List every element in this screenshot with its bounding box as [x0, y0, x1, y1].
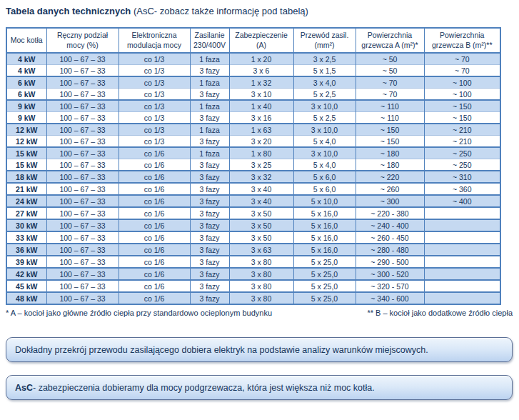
table-cell: 3 x 6 [229, 65, 293, 77]
table-cell: 100 – 67 – 33 [46, 219, 119, 231]
table-cell: 5 x 1,5 [293, 65, 356, 77]
table-cell: 21 kW [6, 183, 46, 195]
table-cell: 5 x 2,5 [293, 112, 356, 124]
table-cell: ~ 110 [356, 100, 424, 112]
table-cell: 3 x 10,0 [293, 124, 356, 136]
table-cell: 5 x 10,0 [293, 195, 356, 207]
note-box-wiring: Dokładny przekrój przewodu zasilającego … [6, 337, 513, 362]
table-cell: 39 kW [6, 256, 46, 268]
table-cell: 100 – 67 – 33 [46, 280, 119, 292]
table-cell: ~ 220 - 380 [356, 207, 424, 219]
table-cell: 3 fazy [190, 112, 229, 124]
table-cell: co 1/6 [119, 171, 190, 183]
table-cell: co 1/3 [119, 136, 190, 148]
table-row: 12 kW100 – 67 – 33co 1/31 faza1 x 633 x … [6, 124, 500, 136]
footnote-b: ** B – kocioł jako dodatkowe źródło ciep… [367, 309, 513, 317]
table-cell: 3 fazy [190, 231, 229, 244]
table-cell: 3 fazy [190, 244, 229, 256]
table-cell: 5 x 16,0 [293, 231, 356, 244]
table-cell: 100 – 67 – 33 [46, 124, 119, 136]
table-cell: 1 faza [190, 53, 229, 65]
table-cell: ~ 260 - 450 [356, 231, 424, 244]
table-row: 48 kW100 – 67 – 33co 1/63 fazy3 x 805 x … [6, 292, 500, 304]
footnote-a: * A – kocioł jako główne źródło ciepła p… [6, 309, 272, 317]
table-cell: co 1/3 [119, 100, 190, 112]
table-cell: 5 x 25,0 [293, 268, 356, 280]
table-cell: 1 faza [190, 147, 229, 159]
table-row: 9 kW100 – 67 – 33co 1/31 faza1 x 403 x 1… [6, 100, 500, 112]
table-cell: co 1/6 [119, 244, 190, 256]
table-cell: 3 x 2,5 [293, 53, 356, 65]
table-cell: 12 kW [6, 136, 46, 148]
table-cell [424, 280, 500, 292]
table-cell: 4 kW [6, 53, 46, 65]
table-cell: ~ 340 - 600 [356, 292, 424, 304]
table-cell: 5 x 25,0 [293, 292, 356, 304]
table-cell: 100 – 67 – 33 [46, 76, 119, 89]
table-cell: ~ 100 [424, 89, 500, 101]
table-row: 33 kW100 – 67 – 33co 1/63 fazy3 x 505 x … [6, 231, 500, 244]
table-cell: ~ 150 [424, 112, 500, 124]
table-cell: 3 x 50 [229, 219, 293, 231]
table-cell: 6 kW [6, 89, 46, 101]
document-page: Tabela danych technicznych (AsC- zobacz … [0, 0, 519, 404]
table-row: 36 kW100 – 67 – 33co 1/63 fazy3 x 635 x … [6, 244, 500, 256]
table-row: 4 kW100 – 67 – 33co 1/33 fazy3 x 65 x 1,… [6, 65, 500, 77]
table-row: 27 kW100 – 67 – 33co 1/63 fazy3 x 505 x … [6, 207, 500, 219]
table-cell: ~ 300 - 520 [356, 268, 424, 280]
table-cell: ~ 70 [424, 53, 500, 65]
table-cell: 100 – 67 – 33 [46, 207, 119, 219]
table-cell: 1 faza [190, 124, 229, 136]
table-cell [424, 256, 500, 268]
table-cell: ~ 310 [424, 171, 500, 183]
table-row: 9 kW100 – 67 – 33co 1/33 fazy3 x 165 x 2… [6, 112, 500, 124]
table-cell: 1 x 40 [229, 100, 293, 112]
table-cell: 5 x 25,0 [293, 256, 356, 268]
table-cell: 33 kW [6, 231, 46, 244]
table-cell [424, 268, 500, 280]
table-cell: 1 x 80 [229, 147, 293, 159]
page-title-suffix: (AsC- zobacz także informację pod tabelą… [131, 6, 308, 16]
table-cell: co 1/3 [119, 89, 190, 101]
table-cell: 1 faza [190, 100, 229, 112]
table-cell [424, 244, 500, 256]
table-body: 4 kW100 – 67 – 33co 1/31 faza1 x 203 x 2… [6, 53, 500, 304]
table-cell: 15 kW [6, 147, 46, 159]
table-cell: ~ 300 [356, 195, 424, 207]
table-cell: 45 kW [6, 280, 46, 292]
table-cell: ~ 250 [424, 159, 500, 171]
table-cell: ~ 280 - 480 [356, 244, 424, 256]
table-cell: 100 – 67 – 33 [46, 195, 119, 207]
table-cell: 5 x 2,5 [293, 89, 356, 101]
table-cell: 3 x 40 [229, 183, 293, 195]
table-cell: co 1/6 [119, 207, 190, 219]
table-cell: co 1/3 [119, 65, 190, 77]
table-cell: 3 fazy [190, 89, 229, 101]
table-cell: ~ 210 [424, 124, 500, 136]
table-cell: 3 x 80 [229, 256, 293, 268]
page-title: Tabela danych technicznych (AsC- zobacz … [6, 6, 513, 16]
table-cell: 1 faza [190, 76, 229, 89]
technical-data-table: Moc kotła Ręczny podział mocy (%) Elektr… [6, 27, 501, 305]
header-powierzchnia-a: Powierzchnia grzewcza A (m²)* [356, 28, 424, 53]
table-cell: 100 – 67 – 33 [46, 65, 119, 77]
note-box-asc: AsC - zabezpieczenia dobieramy dla mocy … [6, 375, 513, 400]
table-cell: 100 – 67 – 33 [46, 53, 119, 65]
table-cell: 3 fazy [190, 219, 229, 231]
table-cell: 1 x 20 [229, 53, 293, 65]
table-row: 45 kW100 – 67 – 33co 1/63 fazy3 x 805 x … [6, 280, 500, 292]
table-cell: 3 fazy [190, 65, 229, 77]
table-cell: 3 x 4,0 [293, 76, 356, 89]
table-cell: co 1/6 [119, 219, 190, 231]
table-cell: ~ 220 [356, 171, 424, 183]
table-cell: 100 – 67 – 33 [46, 244, 119, 256]
table-cell: ~ 400 [424, 195, 500, 207]
table-cell: ~ 50 [356, 65, 424, 77]
table-cell: ~ 360 [424, 183, 500, 195]
table-cell: 3 x 25 [229, 159, 293, 171]
table-cell: co 1/3 [119, 112, 190, 124]
table-header: Moc kotła Ręczny podział mocy (%) Elektr… [6, 28, 500, 53]
table-cell: ~ 70 [424, 65, 500, 77]
table-cell: 5 x 4,0 [293, 159, 356, 171]
table-cell: 100 – 67 – 33 [46, 89, 119, 101]
